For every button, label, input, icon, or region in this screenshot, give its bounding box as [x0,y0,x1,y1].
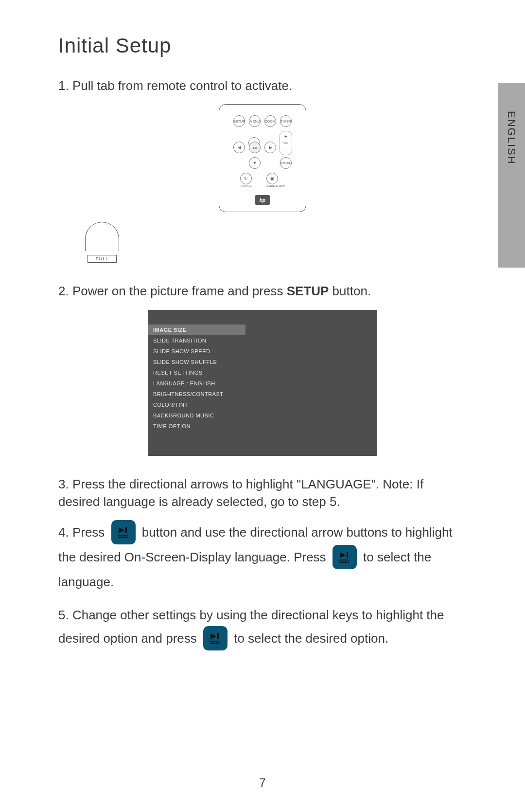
remote-right-button: ▶ [264,142,276,153]
remote-rotate-button: ↻ [240,173,252,184]
menu-item-language: LANGUAGE : ENGLISH [148,378,245,389]
step-1: 1. Pull tab from remote control to activ… [58,77,467,94]
step-2: 2. Power on the picture frame and press … [58,282,467,300]
remote-volume-group: + VOL − [280,131,292,155]
play-select-icon [111,520,136,544]
language-tab-label: ENGLISH [505,111,518,165]
menu-item-slide-transition: SLIDE TRANSITION [148,335,245,346]
remote-zoom-button: ZOOM [264,115,276,127]
remote-figure: SETUP MENU ZOOM TIMER ▲ + VOL − ◀ ▶II ▶ [58,104,467,263]
svg-rect-12 [210,641,219,644]
menu-item-color-tint: COLOR/TINT [148,399,245,410]
language-tab: ENGLISH [498,83,525,268]
remote-setup-button: SETUP [233,115,245,127]
menu-item-background-music: BACKGROUND MUSIC [148,410,245,421]
menu-item-brightness-contrast: BRIGHTNESS/CONTRAST [148,389,245,399]
svg-rect-2 [119,535,127,538]
hp-logo: hp [255,195,270,205]
step-2-text-a: 2. Power on the picture frame and press [58,284,287,298]
remote-center-button: ▶II [249,142,261,153]
svg-marker-5 [340,552,346,558]
remote-slideshow-label: SLIDE SHOW [266,184,285,187]
remote-vol-label: VOL [283,142,288,144]
menu-item-time-option: TIME OPTION [148,421,245,432]
remote-menu-button: MENU [249,115,261,127]
setup-menu-list: IMAGE SIZE SLIDE TRANSITION SLIDE SHOW S… [148,325,245,432]
remote-vol-up: + [281,133,290,140]
menu-item-slide-show-speed: SLIDE SHOW SPEED [148,346,245,357]
pull-tab-label: PULL [88,255,117,263]
svg-rect-6 [347,552,348,558]
remote-tab-slot: PULL [58,222,146,263]
pull-tab-loop [85,222,119,251]
page-number: 7 [0,776,525,790]
remote-left-button: ◀ [233,142,245,153]
remote-slideshow-button: ▣ [266,173,278,184]
manual-page: ENGLISH Initial Setup 1. Pull tab from r… [0,0,525,812]
page-title: Initial Setup [58,34,467,57]
step-2-setup-word: SETUP [287,284,329,298]
menu-item-slide-show-shuffle: SLIDE SHOW SHUFFLE [148,357,245,367]
setup-menu-figure: IMAGE SIZE SLIDE TRANSITION SLIDE SHOW S… [58,310,467,456]
remote-vol-down: − [281,146,290,153]
step-3: 3. Press the directional arrows to highl… [58,475,467,511]
step-4-text-a: 4. Press [58,525,108,540]
remote-copydel-button: COPY/DEL [280,157,292,169]
step-5-text-b: to select the desired option. [234,631,388,646]
remote-timer-button: TIMER [280,115,292,127]
remote-control: SETUP MENU ZOOM TIMER ▲ + VOL − ◀ ▶II ▶ [219,104,306,212]
svg-rect-1 [125,527,127,533]
remote-down-button: ▼ [249,157,261,169]
setup-menu-screenshot: IMAGE SIZE SLIDE TRANSITION SLIDE SHOW S… [148,310,377,456]
step-5: 5. Change other settings by using the di… [58,603,467,651]
remote-rotate-label: ROTATE [240,184,252,187]
menu-item-reset-settings: RESET SETTINGS [148,367,245,378]
svg-marker-10 [210,633,216,639]
step-4: 4. Press button and use the directional … [58,521,467,594]
play-select-icon [332,545,357,569]
play-select-icon [203,626,228,650]
svg-marker-0 [119,527,124,533]
menu-item-image-size: IMAGE SIZE [148,325,245,335]
svg-rect-11 [217,633,219,639]
step-2-text-c: button. [329,284,371,298]
svg-rect-7 [340,560,349,562]
